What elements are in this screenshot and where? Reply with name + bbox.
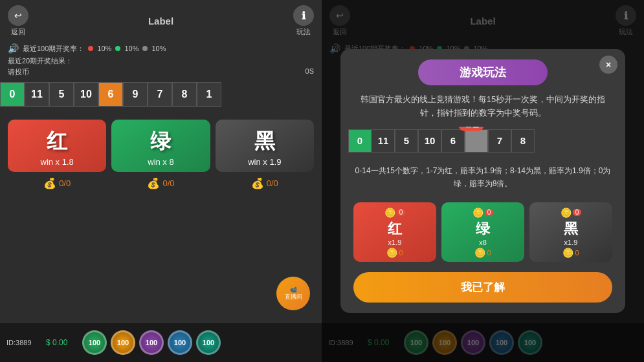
modal-num-10: 10	[418, 129, 441, 153]
bet-green-char: 绿	[150, 127, 171, 156]
modal-red-bottom-val: 0	[399, 249, 403, 257]
left-number-bar-container: 0 11 5 10 6 9 7 8 1	[0, 80, 322, 109]
live-button[interactable]: 📹 直播间	[276, 277, 310, 310]
modal-dark-bottom: 🪙 0	[562, 248, 579, 258]
left-footer-id: ID:3889	[6, 339, 42, 346]
info-icon: ℹ	[302, 10, 305, 22]
modal-dark-bottom-icon: 🪙	[562, 248, 573, 258]
left-red-pct: 10%	[97, 45, 111, 52]
bet-green-button[interactable]: 绿 win x 8	[111, 120, 210, 172]
left-panel: ↩ 返回 Label ℹ 玩法 🔊 最近100期开奖率： 10% 10% 10%…	[0, 0, 322, 362]
left-red-money-val: 0/0	[59, 178, 71, 188]
left-chip-purple[interactable]: 100	[139, 330, 164, 355]
modal-bet-buttons: 🪙 0 红 x1.9 🪙 0 🪙 0 绿 x8	[340, 197, 625, 267]
left-recent-label: 最近20期开奖结果：	[0, 55, 322, 67]
balance-currency: $	[46, 338, 50, 347]
left-timer-label: 0S	[305, 67, 314, 77]
modal-red-bottom: 🪙 0	[386, 248, 403, 258]
modal-bet-green-char: 绿	[476, 219, 490, 239]
modal-green-bottom: 🪙 0	[474, 248, 491, 258]
left-footer: ID:3889 $ 0.00 100 100 100 100 100	[0, 323, 322, 362]
num-cell-0: 0	[0, 82, 25, 107]
modal-bet-dark[interactable]: 🪙 0 黑 x1.9 🪙 0	[529, 202, 612, 262]
modal-green-bottom-val: 0	[487, 249, 491, 257]
close-icon: ×	[606, 59, 611, 70]
modal-num-7: 7	[488, 129, 511, 153]
modal-green-chip-count: 0	[485, 209, 494, 216]
num-cell-8: 8	[172, 82, 197, 107]
modal-red-mini-chip: 🪙	[384, 208, 395, 218]
modal-red-chip-count: 0	[397, 209, 406, 216]
left-chip-blue[interactable]: 100	[168, 330, 192, 355]
left-dark-money-val: 0/0	[267, 178, 278, 188]
left-green-money-val: 0/0	[162, 178, 174, 188]
back-arrow-icon: ↩	[14, 10, 22, 21]
num-cell-1: 1	[197, 82, 221, 107]
left-help-label: 玩法	[296, 27, 311, 37]
modal-number-bar: 0 11 5 10 6 红色 7 8	[340, 127, 625, 155]
modal-title-text: 游戏玩法	[460, 66, 506, 79]
bet-red-button[interactable]: 红 win x 1.8	[8, 120, 106, 172]
modal-dark-chip-count: 0	[573, 209, 582, 216]
modal-num-0: 0	[348, 129, 372, 153]
left-stats-row: 🔊 最近100期开奖率： 10% 10% 10%	[0, 42, 322, 55]
left-chip-gold[interactable]: 100	[111, 330, 135, 355]
bet-dark-button[interactable]: 黑 win x 1.9	[216, 120, 314, 172]
modal-dark-mini-chip: 🪙	[561, 208, 572, 218]
left-chip-green[interactable]: 100	[82, 330, 107, 355]
modal-confirm-button[interactable]: 我已了解	[353, 272, 612, 303]
left-chip-teal[interactable]: 100	[196, 330, 221, 355]
modal-confirm-text: 我已了解	[461, 281, 505, 293]
modal-bet-green-multi: x8	[479, 239, 487, 246]
right-panel: ↩ 返回 Label ℹ 玩法 🔊 最近100期开奖率： 10% 10% 10%…	[322, 0, 644, 362]
left-back-label: 返回	[11, 27, 25, 37]
modal-bet-green[interactable]: 🪙 0 绿 x8 🪙 0	[441, 202, 524, 262]
num-cell-9: 9	[123, 82, 148, 107]
left-header-label: Label	[148, 16, 173, 27]
left-red-money-icon: 💰	[43, 177, 56, 189]
modal-overlay: × 游戏玩法 韩国官方最火的线上竞猜游戏！每15秒开一次奖，中间为开奖的指针，指…	[322, 0, 644, 362]
num-cell-6: 6	[98, 82, 123, 107]
modal-num-divider	[465, 129, 488, 153]
left-number-bar: 0 11 5 10 6 9 7 8 1	[0, 80, 322, 109]
left-green-money-cell: 💰 0/0	[111, 177, 210, 189]
left-stats-label: 最近100期开奖率：	[23, 44, 84, 54]
modal-bet-red[interactable]: 🪙 0 红 x1.9 🪙 0	[353, 202, 436, 262]
modal-red-badge: 红色	[458, 127, 484, 131]
num-cell-7: 7	[148, 82, 172, 107]
left-gray-dot	[142, 46, 148, 51]
bet-dark-char: 黑	[254, 127, 275, 156]
modal-red-chip-row: 🪙 0	[384, 208, 406, 218]
modal-green-mini-chip: 🪙	[472, 208, 483, 218]
num-cell-5: 5	[49, 82, 74, 107]
left-red-money-cell: 💰 0/0	[8, 177, 106, 189]
modal-title-bar: 游戏玩法	[418, 59, 548, 85]
bet-dark-win: win x 1.9	[248, 157, 281, 167]
modal-num-11: 11	[372, 129, 395, 153]
modal-green-chip-row: 🪙 0	[472, 208, 494, 218]
modal-red-bottom-icon: 🪙	[386, 248, 397, 258]
left-red-dot	[88, 46, 93, 51]
rules-modal: × 游戏玩法 韩国官方最火的线上竞猜游戏！每15秒开一次奖，中间为开奖的指针，指…	[340, 49, 625, 312]
modal-bet-red-multi: x1.9	[388, 239, 402, 246]
live-icon: 📹	[290, 286, 297, 293]
num-cell-11: 11	[25, 82, 49, 107]
modal-num-8: 8	[511, 129, 535, 153]
modal-dark-bottom-val: 0	[575, 249, 579, 257]
left-green-dot	[115, 46, 120, 51]
left-coin-label: 请投币	[8, 67, 29, 77]
bet-green-win: win x 8	[148, 157, 173, 167]
bet-red-win: win x 1.8	[41, 157, 74, 167]
left-header: ↩ 返回 Label ℹ 玩法	[0, 0, 322, 42]
modal-bet-red-char: 红	[388, 219, 402, 239]
left-dark-money-cell: 💰 0/0	[216, 177, 314, 189]
modal-bet-dark-multi: x1.9	[564, 239, 578, 246]
modal-green-bottom-icon: 🪙	[474, 248, 485, 258]
sound-icon[interactable]: 🔊	[8, 43, 19, 54]
left-green-pct: 10%	[124, 45, 139, 52]
bet-red-char: 红	[47, 127, 67, 156]
left-back-button[interactable]: ↩ 返回	[8, 5, 28, 37]
left-help-button[interactable]: ℹ 玩法	[293, 5, 314, 37]
left-green-money-icon: 💰	[147, 177, 160, 189]
modal-num-5: 5	[395, 129, 418, 153]
